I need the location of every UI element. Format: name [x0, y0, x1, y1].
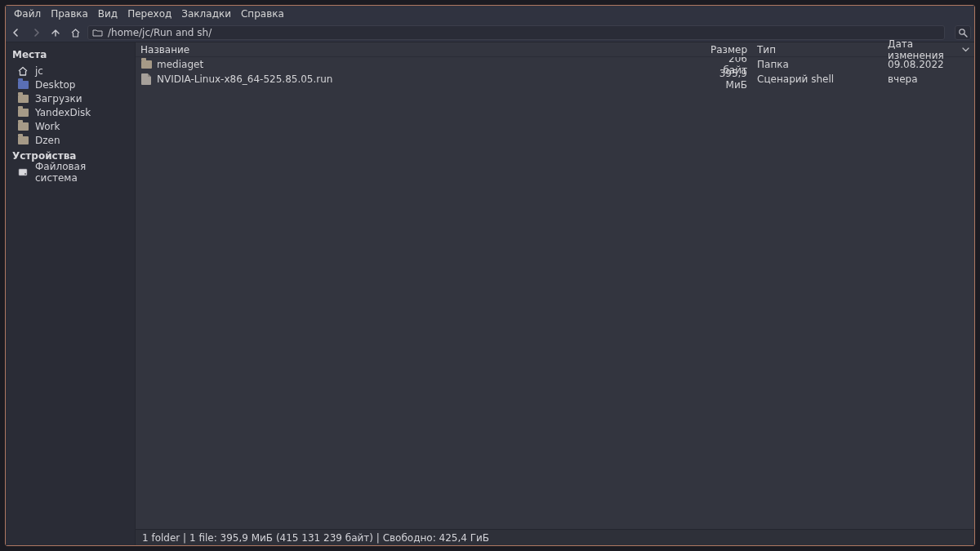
status-text: 1 folder | 1 file: 395,9 МиБ (415 131 23… — [142, 532, 489, 544]
file-type: Папка — [752, 57, 883, 72]
main-area: Места jc Desktop Загрузки YandexDisk — [6, 42, 974, 545]
sidebar-place-dzen[interactable]: Dzen — [6, 133, 135, 147]
file-name: mediaget — [157, 59, 203, 70]
sidebar-place-downloads[interactable]: Загрузки — [6, 91, 135, 105]
status-bar: 1 folder | 1 file: 395,9 МиБ (415 131 23… — [136, 529, 974, 545]
sidebar-device-filesystem[interactable]: Файловая система — [6, 165, 135, 179]
sidebar-place-desktop[interactable]: Desktop — [6, 78, 135, 91]
sidebar-item-label: Загрузки — [35, 93, 82, 104]
file-list: Название Размер Тип Дата изменения media… — [136, 42, 974, 545]
column-headers: Название Размер Тип Дата изменения — [136, 42, 974, 57]
menu-help[interactable]: Справка — [236, 7, 289, 21]
file-row[interactable]: mediaget 206 байт Папка 09.08.2022 — [136, 57, 974, 72]
menu-file[interactable]: Файл — [9, 7, 46, 21]
menu-bookmarks[interactable]: Закладки — [176, 7, 236, 21]
folder-icon — [88, 28, 106, 38]
file-manager-window: Файл Правка Вид Переход Закладки Справка — [5, 5, 975, 546]
sidebar-places-header: Места — [6, 46, 135, 64]
up-button[interactable] — [48, 25, 63, 40]
file-name: NVIDIA-Linux-x86_64-525.85.05.run — [157, 73, 332, 85]
sidebar: Места jc Desktop Загрузки YandexDisk — [6, 42, 136, 545]
folder-icon — [17, 121, 29, 132]
file-rows[interactable]: mediaget 206 байт Папка 09.08.2022 NVIDI… — [136, 57, 974, 529]
path-bar[interactable] — [87, 25, 945, 40]
sort-indicator-icon — [962, 44, 969, 56]
file-icon — [140, 73, 152, 85]
svg-rect-1 — [19, 169, 27, 176]
disk-icon — [17, 167, 29, 178]
home-button[interactable] — [68, 25, 82, 40]
sidebar-item-label: Файловая система — [35, 161, 128, 184]
menu-go[interactable]: Переход — [122, 7, 176, 21]
file-date: вчера — [883, 72, 974, 87]
sidebar-item-label: Desktop — [35, 79, 76, 91]
column-name[interactable]: Название — [136, 42, 703, 56]
path-input[interactable] — [106, 27, 944, 38]
folder-icon — [17, 93, 29, 104]
file-date: 09.08.2022 — [883, 57, 974, 72]
file-row[interactable]: NVIDIA-Linux-x86_64-525.85.05.run 395,9 … — [136, 72, 974, 87]
toolbar — [6, 24, 974, 42]
sidebar-item-label: jc — [35, 65, 43, 77]
menu-bar: Файл Правка Вид Переход Закладки Справка — [6, 6, 974, 22]
svg-point-2 — [24, 173, 26, 175]
folder-icon — [17, 135, 29, 146]
folder-icon — [17, 79, 29, 91]
sidebar-item-label: Work — [35, 121, 60, 132]
sidebar-item-label: Dzen — [35, 135, 60, 146]
back-button[interactable] — [9, 25, 24, 40]
column-type[interactable]: Тип — [752, 42, 883, 56]
file-size: 395,9 МиБ — [703, 72, 752, 87]
forward-button[interactable] — [29, 25, 43, 40]
folder-icon — [140, 59, 152, 70]
menu-edit[interactable]: Правка — [46, 7, 93, 21]
sidebar-place-work[interactable]: Work — [6, 119, 135, 133]
column-date[interactable]: Дата изменения — [883, 42, 974, 56]
menu-view[interactable]: Вид — [93, 7, 122, 21]
sidebar-place-jc[interactable]: jc — [6, 64, 135, 78]
sidebar-item-label: YandexDisk — [35, 107, 91, 118]
folder-icon — [17, 107, 29, 118]
home-icon — [17, 65, 29, 77]
svg-point-0 — [960, 29, 964, 34]
file-type: Сценарий shell — [752, 72, 883, 87]
column-size[interactable]: Размер — [703, 42, 752, 56]
sidebar-place-yandexdisk[interactable]: YandexDisk — [6, 105, 135, 119]
